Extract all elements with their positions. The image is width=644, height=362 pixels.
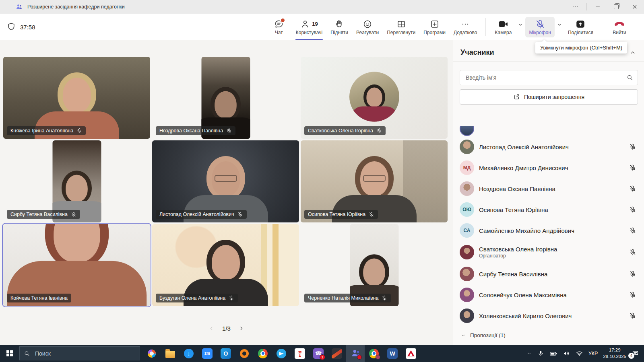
- participant-name: Осипова Тетяна Юріївна: [479, 206, 629, 213]
- mic-muted-icon[interactable]: [629, 164, 636, 171]
- panel-divider: [453, 62, 644, 62]
- video-tile[interactable]: Сватковська Олена Ігорівна: [301, 57, 448, 139]
- participant-row[interactable]: Холенковський Кирило Олегович: [460, 305, 638, 325]
- taskbar-copilot-icon[interactable]: [142, 345, 161, 362]
- mic-muted-icon[interactable]: [629, 249, 636, 256]
- participant-row[interactable]: Сватковська Олена Ігорівна Організатор: [460, 241, 638, 263]
- participant-row[interactable]: Соловейчук Олена Максимівна: [460, 284, 638, 305]
- share-button[interactable]: Поділитися: [564, 17, 597, 37]
- more-dots-icon: [460, 19, 470, 29]
- next-page-button[interactable]: [238, 325, 245, 332]
- tile-participant-name: Черненко Наталія Миколаївна: [308, 295, 378, 301]
- video-tile[interactable]: Княжева Ірина Анатоліївна: [3, 57, 150, 139]
- apps-button[interactable]: Програми: [420, 17, 449, 37]
- taskbar-chrome-profile-icon[interactable]: [365, 345, 383, 362]
- participant-row[interactable]: МД Михайленко Дмитро Денисович: [460, 157, 638, 178]
- suggestions-section[interactable]: Пропозиції (1): [460, 332, 506, 338]
- minimize-button[interactable]: [588, 0, 607, 14]
- microphone-options-chevron[interactable]: [555, 20, 564, 29]
- search-icon[interactable]: [626, 74, 634, 81]
- raise-hand-button[interactable]: Підняти: [327, 17, 352, 37]
- start-button[interactable]: [0, 345, 19, 362]
- window-more-button[interactable]: [566, 0, 585, 14]
- search-input[interactable]: [465, 74, 626, 81]
- microphone-button[interactable]: Мікрофон: [525, 17, 554, 37]
- video-tile[interactable]: Осипова Тетяна Юріївна: [301, 140, 448, 222]
- participant-row[interactable]: СА Самойленко Михайло Андрійович: [460, 220, 638, 241]
- tray-microphone-icon[interactable]: [537, 350, 544, 357]
- tray-expand-chevron[interactable]: [526, 350, 532, 356]
- avatar: [460, 140, 474, 154]
- action-center-button[interactable]: 4: [632, 350, 639, 357]
- mic-muted-icon[interactable]: [629, 143, 636, 150]
- taskbar-zoom-icon[interactable]: zm: [198, 345, 217, 362]
- clock[interactable]: 17:29 28.10.2025: [603, 347, 626, 360]
- titlebar-divider: [586, 3, 587, 10]
- taskbar-search[interactable]: [19, 346, 140, 360]
- taskbar-search-input[interactable]: [34, 350, 136, 357]
- taskbar-paint-icon[interactable]: [328, 345, 346, 362]
- mic-muted-icon: [237, 212, 243, 217]
- avatar: [460, 181, 474, 196]
- video-tile[interactable]: Ноздрова Оксана Павлівна: [152, 57, 299, 139]
- view-button[interactable]: Переглянути: [383, 17, 419, 37]
- react-button[interactable]: Реагувати: [353, 17, 382, 37]
- more-button[interactable]: Додатково: [450, 17, 481, 37]
- share-invite-button[interactable]: Поширити запрошення: [460, 89, 638, 105]
- taskbar-file-explorer-icon[interactable]: [161, 345, 180, 362]
- tray-volume-icon[interactable]: [563, 350, 570, 357]
- participant-name: Михайленко Дмитро Денисович: [479, 165, 629, 171]
- mic-muted-icon[interactable]: [629, 227, 636, 234]
- taskbar-broadcast-icon[interactable]: [291, 345, 309, 362]
- microphone-muted-icon: [535, 19, 545, 29]
- video-tile[interactable]: Черненко Наталія Миколаївна: [301, 224, 448, 306]
- people-icon: [300, 19, 310, 29]
- participant-row[interactable]: Листопад Олексій Анатолійович: [460, 136, 638, 157]
- chat-button[interactable]: Чат: [266, 17, 291, 37]
- leave-button[interactable]: Вийти: [607, 17, 632, 37]
- video-tile[interactable]: Сирбу Тетяна Василівна: [3, 140, 150, 222]
- restore-button[interactable]: [607, 0, 625, 14]
- avatar: [460, 267, 474, 281]
- tile-participant-name: Листопад Олексій Анатолійович: [159, 212, 234, 217]
- participant-row[interactable]: Сирбу Тетяна Василівна: [460, 263, 638, 284]
- participant-row[interactable]: ОЮ Осипова Тетяна Юріївна: [460, 199, 638, 220]
- language-indicator[interactable]: УКР: [588, 351, 598, 356]
- taskbar-viber-icon[interactable]: ☎1: [309, 345, 328, 362]
- tray-battery-icon[interactable]: [549, 350, 557, 358]
- close-button[interactable]: [625, 0, 644, 14]
- mic-muted-icon[interactable]: [629, 206, 636, 213]
- video-tile[interactable]: Листопад Олексій Анатолійович: [152, 140, 299, 222]
- avatar-initials: МД: [460, 160, 474, 175]
- previous-page-button[interactable]: [208, 325, 215, 332]
- mic-muted-icon[interactable]: [629, 312, 636, 319]
- taskbar-word-icon[interactable]: W: [383, 345, 402, 362]
- taskbar-browser-ring-icon[interactable]: [235, 345, 254, 362]
- mic-muted-icon[interactable]: [629, 270, 636, 278]
- video-tile-speaking[interactable]: Койчева Тетяна Іванівна: [3, 224, 150, 306]
- mic-muted-icon[interactable]: [629, 291, 636, 298]
- camera-button[interactable]: Камера: [491, 17, 516, 37]
- taskbar-teams-icon[interactable]: [346, 345, 365, 362]
- search-icon: [24, 350, 30, 357]
- tile-participant-name: Койчева Тетяна Іванівна: [10, 295, 68, 301]
- participant-row[interactable]: Ноздрова Оксана Павлівна: [460, 178, 638, 199]
- taskbar-outlook-icon[interactable]: O: [217, 345, 235, 362]
- taskbar-telegram-icon[interactable]: [272, 345, 291, 362]
- hang-up-icon: [614, 19, 625, 30]
- video-tile[interactable]: Буздуган Олена Анатоліївна: [152, 224, 299, 306]
- tray-wifi-icon[interactable]: [576, 350, 583, 357]
- taskbar-downloads-icon[interactable]: ↓: [180, 345, 198, 362]
- avatar: [460, 309, 474, 323]
- collapse-panel-icon[interactable]: [629, 49, 636, 56]
- taskbar-chrome-icon[interactable]: [254, 345, 272, 362]
- camera-options-chevron[interactable]: [516, 20, 524, 29]
- page-indicator: 1/3: [222, 325, 231, 332]
- timer-value: 37:58: [20, 24, 35, 31]
- people-button[interactable]: 19 Користувачі: [292, 17, 326, 37]
- participant-search[interactable]: [460, 70, 638, 85]
- mic-muted-icon[interactable]: [629, 185, 636, 192]
- gallery-pagination: 1/3: [0, 325, 453, 332]
- participant-list[interactable]: Листопад Олексій Анатолійович МД Михайле…: [453, 126, 644, 325]
- taskbar-acrobat-icon[interactable]: [402, 345, 420, 362]
